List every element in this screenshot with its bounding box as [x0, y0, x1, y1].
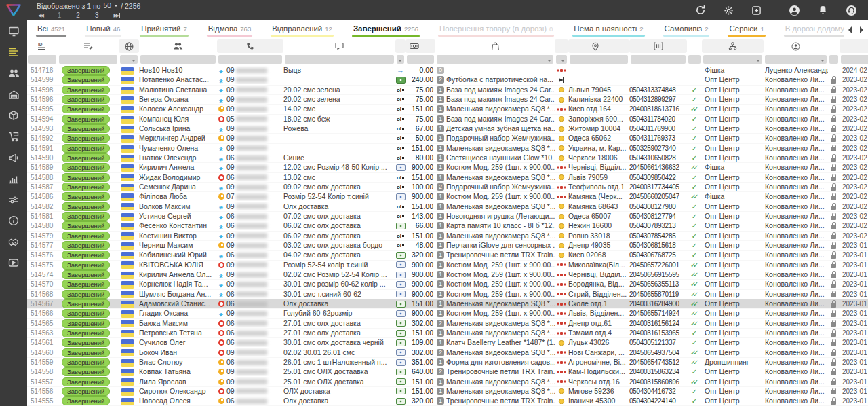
- tab-scroll-right[interactable]: [860, 26, 863, 33]
- col-header-check[interactable]: [687, 39, 702, 53]
- col-header-payment[interactable]: [395, 39, 406, 53]
- filter-delivery-select[interactable]: [556, 55, 567, 64]
- col-header-phone[interactable]: [217, 39, 283, 53]
- filter-ttn-input[interactable]: [631, 55, 686, 64]
- tab-Нема в наявності[interactable]: Нема в наявності 2: [572, 20, 644, 39]
- filter-products-select[interactable]: [437, 55, 553, 64]
- col-header-manager[interactable]: [764, 39, 828, 53]
- dashboard-monitor-icon[interactable]: [5, 25, 22, 37]
- table-row[interactable]: 514592 Завершений Мерклингер Андрей 09 5…: [27, 134, 868, 143]
- tab-Всі[interactable]: Всі 4521: [36, 20, 66, 39]
- filter-status-input[interactable]: [59, 55, 117, 64]
- table-row[interactable]: 514556 Завершений Сиротюк Олександр 09 О…: [27, 387, 868, 396]
- table-row[interactable]: 514599 Завершений Потапенко Анастас... 0…: [27, 75, 868, 85]
- col-header-id[interactable]: ID: [27, 39, 58, 53]
- marketing-megaphone-icon[interactable]: [5, 151, 22, 164]
- filter-manager-select[interactable]: [765, 55, 827, 64]
- col-header-delivery-service[interactable]: [555, 39, 568, 53]
- table-row[interactable]: 514716 Завершений Нов10 Нов10 09 Выцв 0.…: [27, 66, 868, 75]
- table-row[interactable]: 514558 Завершений Ковпак Татьяна 09 25.0…: [27, 367, 868, 377]
- table-row[interactable]: 514596 Завершений Вегера Оксана 09 20.02…: [27, 95, 868, 105]
- warehouse-icon[interactable]: [5, 88, 22, 100]
- customers-icon[interactable]: [5, 67, 22, 79]
- info-icon[interactable]: [5, 215, 22, 227]
- table-row[interactable]: 514575 Завершений КВІТОВСЬКА ЮЛІЯ 09 Роз…: [27, 261, 868, 270]
- tab-Відправлений[interactable]: Відправлений 12: [271, 20, 334, 39]
- col-header-status[interactable]: [58, 39, 119, 53]
- support-icon[interactable]: [846, 5, 857, 16]
- account-icon[interactable]: [789, 5, 800, 16]
- filter-city-input[interactable]: [570, 55, 628, 64]
- col-header-comment[interactable]: [283, 39, 395, 53]
- page-button-1[interactable]: 1: [58, 12, 62, 19]
- notifications-icon[interactable]: [818, 5, 828, 16]
- table-row[interactable]: 514566 Завершений Гладик Оксана 09 Голуб…: [27, 309, 868, 318]
- table-row[interactable]: 514595 Завершений Колосок Александр 09 1…: [27, 105, 868, 114]
- tab-Відмова[interactable]: Відмова 763: [207, 20, 252, 39]
- table-row[interactable]: 514598 Завершений Малютина Светлана 09 2…: [27, 86, 868, 95]
- table-row[interactable]: 514580 Завершений Фесенко Константин 06 …: [27, 221, 868, 231]
- per-page-dropdown[interactable]: 50: [103, 1, 111, 10]
- table-row[interactable]: 514593 Завершений Сольська Ірина 09 Роже…: [27, 124, 868, 134]
- col-header-date[interactable]: [840, 39, 868, 53]
- filter-date-input[interactable]: [841, 55, 868, 64]
- filter-comment-input[interactable]: [285, 55, 394, 64]
- col-header-lock[interactable]: [828, 39, 840, 53]
- table-row[interactable]: 514574 Завершений Кирилич Анжела Ол... 0…: [27, 270, 868, 280]
- filter-payment-select[interactable]: [397, 55, 404, 64]
- tab-Самовивіз[interactable]: Самовивіз 2: [663, 20, 710, 39]
- col-header-total[interactable]: [406, 39, 435, 53]
- first-page-button[interactable]: ◀◀: [37, 13, 43, 18]
- table-row[interactable]: 514557 Завершений Лила Ярослав 09 25.01 …: [27, 377, 868, 387]
- filter-id-input[interactable]: [28, 55, 56, 64]
- table-row[interactable]: 514586 Завершений Філіпова Люба 07 Розмі…: [27, 192, 868, 202]
- filter-total-input[interactable]: [407, 55, 434, 64]
- refresh-icon[interactable]: [695, 5, 706, 16]
- gear-icon[interactable]: [724, 5, 734, 16]
- table-row[interactable]: 514589 Завершений Кирилич Анжела 09 12.0…: [27, 163, 868, 172]
- tab-Новый[interactable]: Новый 46: [85, 20, 121, 39]
- app-logo[interactable]: [0, 0, 27, 20]
- table-row[interactable]: 514565 Завершений Баюка Максим 06 27.01 …: [27, 319, 868, 329]
- table-row[interactable]: 514590 Завершений Гнатюк Олексндр 06 Син…: [27, 153, 868, 163]
- tab-Завершений[interactable]: Завершений 2256: [352, 20, 420, 39]
- table-row[interactable]: 514591 Завершений Чумаченко Олена 09 151…: [27, 144, 868, 153]
- tab-В дорозі додому[interactable]: В дорозі додому 0: [784, 20, 844, 39]
- table-row[interactable]: 514560 Завершений Бокоч Иван 09 02.02 30…: [27, 348, 868, 358]
- filter-funnel-select[interactable]: [703, 55, 762, 64]
- orders-list-icon[interactable]: [5, 46, 22, 58]
- col-header-customer[interactable]: [139, 39, 217, 53]
- table-row[interactable]: 514570 Завершений Корнелюк Надія Та... 0…: [27, 280, 868, 289]
- table-row[interactable]: 514563 Завершений Петровська Тетяна 06 2…: [27, 329, 868, 338]
- filter-country-select[interactable]: [120, 55, 138, 64]
- table-row[interactable]: 514559 Завершений Влас Слотюу 06 26.01 с…: [27, 358, 868, 367]
- table-row[interactable]: 514582 Завершений Волков Максим 09 Олх д…: [27, 202, 868, 212]
- col-header-products[interactable]: [435, 39, 555, 53]
- table-row[interactable]: 514568 Завершений Шумляс Богдана Ан... 0…: [27, 290, 868, 299]
- col-header-city[interactable]: [568, 39, 629, 53]
- filter-customer-input[interactable]: [140, 55, 216, 64]
- table-row[interactable]: 514594 Завершений Компанец Юля 05 18.02 …: [27, 115, 868, 124]
- add-order-icon[interactable]: [751, 5, 762, 16]
- video-tutorials-icon[interactable]: [5, 257, 22, 269]
- table-row[interactable]: 514579 Завершений Костишин Виктор 09 06.…: [27, 232, 868, 241]
- table-row[interactable]: 514567 Завершений Адамовский Станис... 0…: [27, 299, 868, 309]
- col-header-funnel[interactable]: [702, 39, 764, 53]
- tab-Прийнятий[interactable]: Прийнятий 7: [140, 20, 189, 39]
- page-button-3[interactable]: 3: [95, 12, 99, 19]
- table-row[interactable]: 514555 Завершений Новосад Олеся 06 Олх д…: [27, 396, 868, 406]
- tab-Повернення товару (в дорозі)[interactable]: Повернення товару (в дорозі) 0: [438, 20, 554, 39]
- table-row[interactable]: 514588 Завершений Жидак Володимир 06 13.…: [27, 173, 868, 183]
- last-page-button[interactable]: ▶▶: [113, 13, 120, 18]
- filter-phone-input[interactable]: [218, 55, 282, 64]
- tab-Сервіси[interactable]: Сервіси 1: [728, 20, 765, 39]
- tab-scroll-left[interactable]: [848, 26, 852, 33]
- procurement-cart-icon[interactable]: [5, 130, 22, 143]
- statistics-chart-icon[interactable]: [5, 172, 22, 185]
- page-button-2[interactable]: 2: [76, 12, 80, 19]
- table-row[interactable]: 514561 Завершений Сучилов Олег 06 30.01 …: [27, 338, 868, 348]
- partners-handshake-icon[interactable]: [5, 236, 22, 248]
- filter-check-input[interactable]: [688, 55, 701, 64]
- table-row[interactable]: 514587 Завершений Семенюк Дарина 09 09.0…: [27, 183, 868, 192]
- settings-sliders-icon[interactable]: [5, 193, 22, 206]
